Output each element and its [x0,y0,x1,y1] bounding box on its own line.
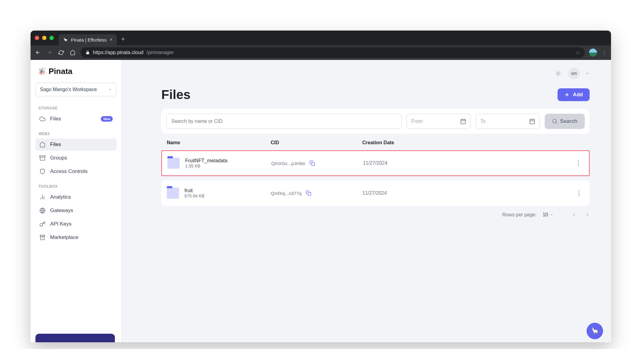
section-storage-label: STORAGE [35,104,116,112]
key-icon [39,221,46,227]
row-menu-button[interactable]: ⋮ [576,189,582,197]
globe-icon [39,207,46,214]
shield-icon [39,168,46,175]
copy-cid-button[interactable] [306,190,311,196]
sidebar: 🪅 Pinata Sago Mango's Workspace STORAGE … [31,60,122,342]
brand-name: Pinata [49,67,72,76]
svg-point-1 [557,72,559,74]
close-window-icon[interactable] [35,36,39,40]
sidebar-item-marketplace[interactable]: Marketplace [35,231,116,244]
workspace-selected-label: Sago Mango's Workspace [40,87,97,92]
search-input[interactable] [166,114,402,129]
chevron-down-icon [550,213,554,217]
pager-next-button[interactable] [585,213,590,217]
reload-icon[interactable] [57,49,65,56]
chevron-down-icon [585,71,590,75]
cloud-icon [39,116,46,122]
tab-title: Pinata | Effortless [71,37,107,42]
file-name: fruit [185,188,271,193]
pinata-logo-icon: 🪅 [38,68,46,75]
search-button-label: Search [560,118,577,124]
add-button[interactable]: Add [558,88,590,101]
date-from-input[interactable]: From [407,114,471,129]
search-button[interactable]: Search [545,114,585,129]
calendar-icon [529,118,535,124]
rows-per-page-value: 10 [543,212,548,218]
sidebar-item-label: Files [50,116,61,122]
date-to-input[interactable]: To [476,114,540,129]
workspace-selector[interactable]: Sago Mango's Workspace [35,83,116,96]
sidebar-item-api-keys[interactable]: API Keys [35,218,116,230]
folder-icon [167,158,180,169]
row-menu-button[interactable]: ⋮ [575,159,582,167]
chevron-right-icon [585,213,590,217]
lock-icon [86,50,90,55]
date-from-label: From [411,119,423,124]
user-initials: sm [571,71,577,76]
browser-window: 🦙 Pinata | Effortless × + https://app. [31,31,611,342]
sidebar-item-label: Marketplace [50,234,79,241]
sidebar-item-groups[interactable]: Groups [35,152,116,164]
svg-point-4 [553,119,557,123]
archive-icon [39,155,46,161]
user-avatar[interactable]: sm [568,68,580,79]
sun-icon [555,70,562,77]
brand-logo[interactable]: 🪅 Pinata [35,67,116,83]
folder-icon [167,188,179,199]
minimize-window-icon[interactable] [42,36,46,40]
table-row[interactable]: FruitNFT_metadata 1.55 KB QmXGc...pJmbo … [161,150,590,176]
tab-close-icon[interactable]: × [110,37,112,42]
sidebar-item-analytics[interactable]: Analytics [35,191,116,203]
home-icon [39,141,46,148]
svg-rect-6 [308,193,311,196]
file-name: FruitNFT_metadata [185,158,271,163]
table-header: Name CID Creation Date [161,134,590,150]
section-toolbox-label: TOOLBOX [35,182,116,190]
new-tab-button[interactable]: + [121,35,125,43]
search-icon [552,119,558,124]
maximize-window-icon[interactable] [49,36,54,40]
sidebar-item-label: API Keys [50,221,71,227]
user-menu-caret[interactable] [585,71,590,75]
col-header-cid: CID [271,140,362,145]
sidebar-item-label: Access Controls [50,168,88,174]
plus-icon [564,92,570,97]
address-bar[interactable]: https://app.pinata.cloud/pinmanager ☆ [81,47,585,58]
copy-icon [309,160,315,166]
new-badge: New [101,116,113,122]
pager-prev-button[interactable] [572,213,576,217]
bookmark-icon[interactable]: ☆ [576,50,580,56]
sidebar-item-web3-files[interactable]: Files [35,138,116,151]
browser-menu-icon[interactable]: ⋮ [601,50,607,56]
browser-profile-icon[interactable] [589,49,597,57]
page-header: Files Add [161,87,590,102]
forward-icon[interactable] [46,49,53,56]
sidebar-item-gateways[interactable]: Gateways [35,204,116,217]
file-cid: QmfXq...n377q [271,191,302,196]
copy-cid-button[interactable] [309,160,315,166]
copy-icon [306,190,311,196]
documentation-button[interactable] [35,334,115,342]
pagination: Rows per page: 10 [161,212,590,218]
date-to-label: To [480,119,485,124]
rows-per-page-select[interactable]: 10 [543,212,554,218]
theme-toggle-button[interactable] [554,69,563,78]
home-icon[interactable] [69,49,76,56]
sidebar-item-access-controls[interactable]: Access Controls [35,165,116,178]
svg-rect-3 [530,119,535,124]
file-cid: QmXGc...pJmbo [271,161,305,166]
col-header-name: Name [167,140,271,145]
sidebar-item-label: Groups [50,155,67,161]
sidebar-item-label: Gateways [50,208,73,214]
table-row[interactable]: fruit 675.94 KB QmfXq...n377q 11/27/2024… [161,180,590,206]
sidebar-item-storage-files[interactable]: Files New [35,113,116,125]
tab-favicon-icon: 🦙 [63,37,68,42]
filter-bar: From To Search [161,109,590,134]
help-fab-button[interactable]: 🦙 [587,323,603,339]
file-size: 675.94 KB [185,193,271,198]
add-button-label: Add [573,92,583,98]
browser-titlebar: 🦙 Pinata | Effortless × + [31,31,611,45]
browser-tab[interactable]: 🦙 Pinata | Effortless × [59,34,117,45]
back-icon[interactable] [34,49,42,56]
page-title: Files [161,87,191,102]
